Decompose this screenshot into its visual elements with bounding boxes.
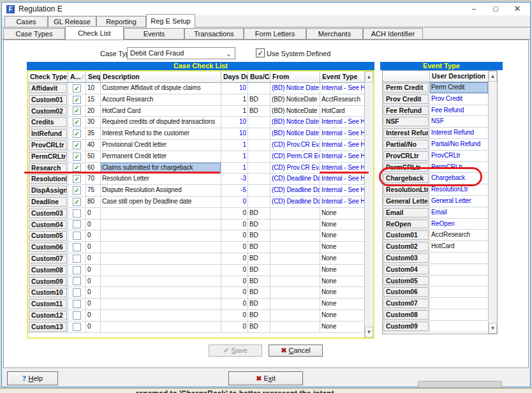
seq-cell[interactable]: 70 xyxy=(86,174,101,185)
days-due-cell[interactable]: 10 xyxy=(221,128,248,140)
user-description-cell[interactable]: Fee Refund xyxy=(430,105,489,117)
user-description-cell[interactable] xyxy=(430,286,489,298)
scroll-up-icon[interactable]: ▲ xyxy=(365,71,373,82)
tab-gl-release[interactable]: GL Release xyxy=(48,16,96,27)
checkbox-cell[interactable]: ✓ xyxy=(68,106,86,117)
description-cell[interactable]: Case still open by Deadline date xyxy=(101,196,221,208)
checkbox-icon[interactable]: ✓ xyxy=(73,198,81,206)
bus-cal-cell[interactable] xyxy=(248,185,270,196)
case-type-dropdown[interactable]: Debit Card Fraud ⌄ xyxy=(127,47,235,59)
event-type-cell[interactable]: None xyxy=(320,265,365,276)
bus-cal-cell[interactable]: BD xyxy=(248,219,270,231)
checkbox-cell[interactable]: ✓ xyxy=(68,128,86,140)
checkbox-cell[interactable]: ✓ xyxy=(68,83,86,94)
checkbox-cell[interactable] xyxy=(68,208,86,219)
bus-cal-cell[interactable]: BD xyxy=(248,322,270,333)
column-header-blank[interactable] xyxy=(383,71,430,82)
tab-events[interactable]: Events xyxy=(124,28,184,39)
check-type-cell[interactable]: Affidavit xyxy=(28,83,68,94)
days-due-cell[interactable]: 0 xyxy=(221,265,248,276)
event-type-cell[interactable]: Internal - See Help xyxy=(320,140,365,151)
checkbox-cell[interactable] xyxy=(68,265,86,276)
checkbox-cell[interactable] xyxy=(68,276,86,288)
event-type-cell[interactable]: None xyxy=(320,242,365,253)
bus-cal-cell[interactable] xyxy=(248,196,270,208)
description-cell[interactable] xyxy=(101,242,221,253)
from-cell[interactable]: (BD) Notice Date xyxy=(270,128,320,140)
tab-cases[interactable]: Cases xyxy=(4,16,48,27)
checkbox-cell[interactable] xyxy=(68,219,86,231)
checkbox-cell[interactable] xyxy=(68,242,86,253)
checkbox-cell[interactable]: ✓ xyxy=(68,151,86,163)
event-type-cell[interactable]: Internal - See Help xyxy=(320,174,365,185)
seq-cell[interactable]: 35 xyxy=(86,128,101,140)
checkbox-cell[interactable]: ✓ xyxy=(68,94,86,106)
check-type-cell[interactable]: Custom02 xyxy=(28,106,68,117)
checkbox-cell[interactable] xyxy=(68,310,86,322)
description-cell[interactable]: Permanent Credit letter xyxy=(101,151,221,163)
description-cell[interactable] xyxy=(101,253,221,265)
check-type-cell[interactable]: Custom07 xyxy=(28,253,68,265)
checkbox-cell[interactable] xyxy=(68,287,86,299)
event-type-cell[interactable]: None xyxy=(320,299,365,310)
tab-check-list[interactable]: Check List xyxy=(65,26,124,40)
event-type-cell[interactable]: Internal - See Help xyxy=(320,151,365,163)
days-due-cell[interactable]: -3 xyxy=(221,174,248,185)
seq-cell[interactable]: 0 xyxy=(86,322,101,333)
days-due-cell[interactable]: 0 xyxy=(221,242,248,253)
description-cell[interactable]: Dispute Resolution Assigned xyxy=(101,185,221,196)
description-cell[interactable] xyxy=(101,208,221,219)
description-cell[interactable] xyxy=(101,230,221,242)
seq-cell[interactable]: 80 xyxy=(86,196,101,208)
user-description-cell[interactable]: ProvCRLtr xyxy=(430,151,489,162)
event-name-cell[interactable]: Custom06 xyxy=(383,286,430,298)
tab-transactions[interactable]: Transactions xyxy=(184,28,244,39)
check-type-cell[interactable]: Custom10 xyxy=(28,287,68,299)
checkbox-cell[interactable]: ✓ xyxy=(68,140,86,151)
days-due-cell[interactable]: 1 xyxy=(221,163,248,174)
event-type-cell[interactable]: None xyxy=(320,276,365,288)
checkbox-cell[interactable] xyxy=(68,253,86,265)
from-cell[interactable]: (BD) NoticeDate xyxy=(270,106,320,117)
event-name-cell[interactable]: General Letter xyxy=(383,196,430,207)
checkbox-icon[interactable]: ✓ xyxy=(73,107,81,115)
user-description-cell[interactable] xyxy=(430,298,489,309)
seq-cell[interactable]: 10 xyxy=(86,83,101,94)
checkbox-icon[interactable]: ✓ xyxy=(73,141,81,149)
checkbox-icon[interactable] xyxy=(73,323,81,331)
minimize-icon[interactable]: – xyxy=(464,3,484,15)
description-cell[interactable]: HotCard Card xyxy=(101,106,221,117)
days-due-cell[interactable]: 1 xyxy=(221,106,248,117)
column-header-event-type[interactable]: Event Type xyxy=(320,71,365,83)
checkbox-icon[interactable] xyxy=(73,277,81,285)
event-type-cell[interactable]: Internal - See Help xyxy=(320,196,365,208)
user-description-cell[interactable]: Prov Credit xyxy=(430,94,489,105)
from-cell[interactable] xyxy=(270,310,320,322)
user-description-cell[interactable]: Email xyxy=(430,207,489,219)
tab-form-letters[interactable]: Form Letters xyxy=(244,28,306,39)
event-name-cell[interactable]: ProvCRLtr xyxy=(383,151,430,162)
seq-cell[interactable]: 0 xyxy=(86,287,101,299)
event-name-cell[interactable]: Custom05 xyxy=(383,276,430,287)
checkbox-icon[interactable]: ✓ xyxy=(73,152,81,161)
user-description-cell[interactable]: General Letter xyxy=(430,196,489,207)
event-name-cell[interactable]: Perm Credit xyxy=(383,82,430,94)
checkbox-icon[interactable]: ✓ xyxy=(73,96,81,104)
check-type-cell[interactable]: Custom13 xyxy=(28,322,68,333)
seq-cell[interactable]: 40 xyxy=(86,140,101,151)
seq-cell[interactable]: 0 xyxy=(86,242,101,253)
description-cell[interactable] xyxy=(101,310,221,322)
days-due-cell[interactable]: 1 xyxy=(221,94,248,106)
seq-cell[interactable]: 0 xyxy=(86,265,101,276)
description-cell[interactable]: Provisional Credit letter xyxy=(101,140,221,151)
tab-merchants[interactable]: Merchants xyxy=(306,28,363,39)
from-cell[interactable] xyxy=(270,253,320,265)
bus-cal-cell[interactable] xyxy=(248,151,270,163)
bus-cal-cell[interactable]: BD xyxy=(248,94,270,106)
event-name-cell[interactable]: Custom04 xyxy=(383,264,430,276)
bus-cal-cell[interactable]: BD xyxy=(248,299,270,310)
checkbox-icon[interactable] xyxy=(73,300,81,308)
bus-cal-cell[interactable] xyxy=(248,117,270,128)
days-due-cell[interactable]: 0 xyxy=(221,230,248,242)
from-cell[interactable]: (BD) NoticeDate xyxy=(270,94,320,106)
